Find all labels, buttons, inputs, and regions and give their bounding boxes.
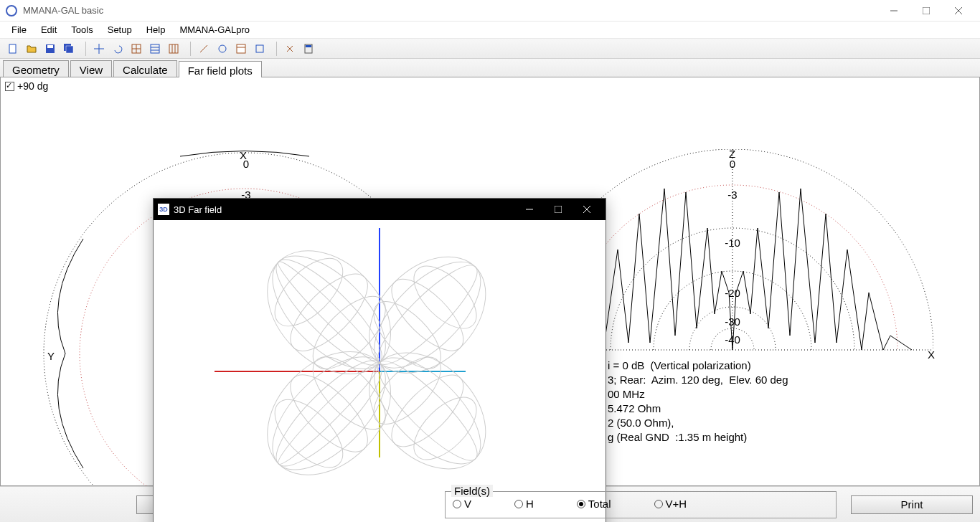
svg-rect-18 [169,44,178,53]
svg-point-48 [273,256,386,369]
fields-radio-vh[interactable]: V+H [654,498,687,510]
svg-rect-23 [237,44,245,53]
right-db-30: -30 [718,315,747,328]
wire-icon[interactable] [195,41,212,57]
menu-file[interactable]: File [4,22,34,37]
left-db-0: 0 [232,158,260,170]
svg-rect-29 [306,45,311,47]
svg-rect-9 [66,46,73,53]
fields-radio-total[interactable]: Total [577,498,611,510]
bottom-bar: Elevation 3D FF Field(s) V H Total V+H P… [0,486,980,522]
tab-view[interactable]: View [70,60,112,77]
svg-point-51 [263,247,354,338]
svg-rect-25 [256,45,263,52]
svg-rect-4 [9,44,16,53]
svg-point-52 [347,330,508,491]
child-minimize-button[interactable] [515,199,544,220]
tab-bar: Geometry View Calculate Far field plots [0,59,980,77]
child-icon: 3D [158,204,169,215]
info-block: i = 0 dB (Vertical polarization) 3; Rear… [608,359,788,445]
svg-point-45 [243,227,415,398]
menu-tools[interactable]: Tools [64,22,100,37]
svg-point-56 [380,364,474,457]
svg-rect-7 [47,45,53,48]
table-icon[interactable] [232,41,250,57]
child-close-button[interactable] [573,199,601,220]
fields-group: Field(s) V H Total V+H [445,491,837,518]
right-db-20: -20 [718,287,747,299]
svg-point-38 [243,328,415,499]
child-window-3d: 3D 3D Far field [153,198,606,522]
menubar: File Edit Tools Setup Help MMANA-GALpro [0,22,980,39]
open-file-icon[interactable] [23,41,40,57]
fields-legend: Field(s) [451,485,493,497]
grid1-icon[interactable] [128,41,145,57]
svg-rect-35 [555,206,562,213]
save-icon[interactable] [42,41,59,57]
move-icon[interactable] [90,41,108,57]
svg-point-22 [219,45,226,52]
svg-point-44 [263,388,354,479]
svg-point-57 [403,386,487,470]
svg-line-21 [200,45,207,52]
rotate-icon[interactable] [214,41,231,57]
svg-point-47 [263,247,395,378]
tab-calculate[interactable]: Calculate [113,60,177,77]
new-file-icon[interactable] [4,41,22,57]
tab-geometry[interactable]: Geometry [3,60,69,77]
toolbar [0,39,980,59]
wireframe-3d-icon [154,220,606,522]
right-db-0: 0 [718,158,747,170]
child-maximize-button[interactable] [544,199,573,220]
print-button[interactable]: Print [851,495,973,514]
undo-icon[interactable] [109,41,126,57]
menu-help[interactable]: Help [139,22,173,37]
maximize-button[interactable] [910,0,942,22]
titlebar: MMANA-GAL basic [0,0,980,22]
grid2-icon[interactable] [146,41,164,57]
client-area: +90 dg X Y 0 -3 Z X 0 -3 [0,77,980,486]
svg-point-63 [403,255,487,339]
child-title: 3D Far field [174,204,515,215]
minimize-button[interactable] [877,0,910,22]
child-titlebar[interactable]: 3D 3D Far field [154,199,606,220]
right-db-3: -3 [718,189,747,201]
calc-icon[interactable] [300,41,317,57]
save-all-icon[interactable] [60,41,77,57]
menu-edit[interactable]: Edit [34,22,64,37]
svg-point-58 [347,234,508,396]
svg-rect-15 [151,44,159,53]
tab-farfield[interactable]: Far field plots [179,61,262,77]
grid3-icon[interactable] [165,41,182,57]
right-db-40: -40 [718,333,747,346]
app-title: MMANA-GAL basic [23,5,877,16]
app-icon [6,5,17,16]
svg-point-40 [263,348,395,479]
svg-marker-5 [27,46,36,52]
fields-radio-h[interactable]: H [514,498,534,510]
svg-rect-1 [923,7,930,14]
menu-pro[interactable]: MMANA-GALpro [172,22,257,37]
fields-radio-v[interactable]: V [453,498,471,510]
modify-icon[interactable] [251,41,268,57]
svg-point-41 [273,357,386,470]
menu-setup[interactable]: Setup [100,22,139,37]
child-3d-canvas[interactable] [154,220,606,522]
close-button[interactable] [942,0,974,22]
svg-point-62 [380,268,474,362]
tools-icon[interactable] [281,41,298,57]
right-db-10: -10 [718,237,747,249]
